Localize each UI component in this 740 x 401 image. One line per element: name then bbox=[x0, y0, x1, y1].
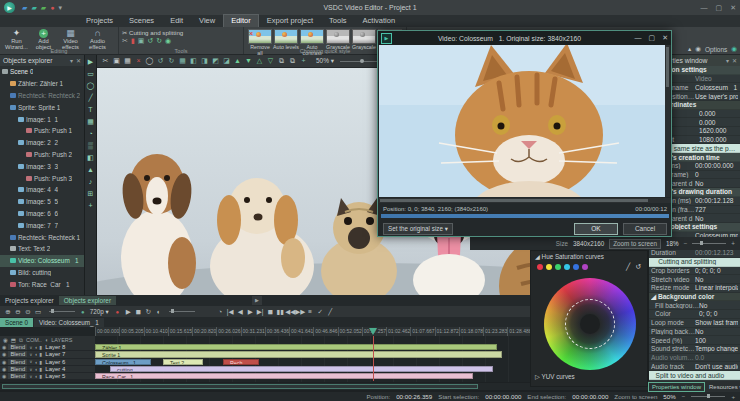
canvas-toolbar-icon[interactable]: ◪ bbox=[221, 57, 232, 65]
tree-item[interactable]: Push: Push 3 bbox=[0, 172, 84, 184]
hue-color-wheel[interactable] bbox=[544, 278, 636, 370]
transport-icon[interactable]: ▶ bbox=[245, 308, 255, 316]
tree-item[interactable]: Image: 5_5 bbox=[0, 196, 84, 208]
chevron-down-icon[interactable]: ∨ bbox=[29, 359, 32, 364]
transport-icon[interactable]: |◀ bbox=[225, 308, 235, 316]
canvas-toolbar-icon[interactable]: ⧉ bbox=[287, 57, 298, 65]
quick-access-icon[interactable]: ▰ bbox=[31, 0, 36, 15]
canvas-toolbar-icon[interactable]: ↻ bbox=[166, 57, 177, 65]
layer-row[interactable]: ◉ Blend ∨ ◖ ▮ Layer 6 bbox=[0, 359, 95, 366]
lock-icon[interactable]: ⬒ bbox=[11, 337, 16, 343]
property-row[interactable]: Crop borders 0; 0; 0; 0 bbox=[649, 267, 740, 276]
explorer-tab[interactable]: Projects explorer bbox=[0, 296, 59, 305]
timeline-zoom-icon[interactable]: ⊖ bbox=[13, 308, 23, 316]
preview-zoom-slider[interactable] bbox=[692, 243, 726, 244]
help-icon[interactable]: ◉ bbox=[731, 45, 737, 53]
transport-icon[interactable]: ◔ bbox=[215, 308, 225, 316]
speaker-icon[interactable]: ◖ bbox=[45, 337, 48, 343]
tree-item[interactable]: Image: 1_1 bbox=[0, 113, 84, 125]
menu-item[interactable]: View bbox=[191, 14, 223, 28]
timeline-zoom-slider[interactable] bbox=[49, 311, 75, 312]
speaker-icon[interactable]: ◖ bbox=[35, 366, 38, 372]
close-icon[interactable]: ✕ bbox=[730, 4, 736, 12]
collapse-ribbon-icon[interactable]: ▴ bbox=[688, 45, 691, 53]
hue-saturation-header[interactable]: ◢ Hue Saturation curves bbox=[531, 251, 647, 262]
quick-access-icon[interactable]: ▰ bbox=[22, 0, 27, 15]
audio-effects-button[interactable]: ∩Audio effects bbox=[84, 28, 111, 50]
tool-icon[interactable]: ▮ bbox=[131, 37, 135, 45]
property-row[interactable]: Duration 00:00:12.123 bbox=[649, 249, 740, 258]
tree-item[interactable]: Bild: cutting bbox=[0, 267, 84, 279]
transport-icon[interactable]: ▮▮ bbox=[275, 308, 285, 316]
canvas-toolbar-icon[interactable]: ◧ bbox=[188, 57, 199, 65]
transport-icon[interactable]: ▶| bbox=[255, 308, 265, 316]
zoom-to-screen-button[interactable]: Zoom to screen bbox=[609, 239, 661, 249]
property-row[interactable]: Audio volume (dB) 0.0 bbox=[649, 354, 740, 363]
layer-row[interactable]: ◉ Blend ∨ ◖ ▮ Layer 4 bbox=[0, 366, 95, 373]
chevron-down-icon[interactable]: ∨ bbox=[29, 367, 32, 372]
run-wizard-button[interactable]: ✦Run Wizard... bbox=[3, 28, 30, 50]
timeline-zoom-icon[interactable]: ▭ bbox=[33, 308, 43, 316]
color-dot[interactable] bbox=[573, 264, 579, 270]
canvas-tool-icon[interactable]: ▶ bbox=[88, 58, 93, 66]
layer-row[interactable]: ◉ Blend ∨ ◖ ▮ Layer 8 bbox=[0, 344, 95, 351]
tree-item[interactable]: Rechteck: Rechteck 2 bbox=[0, 90, 84, 102]
canvas-tool-icon[interactable]: ⊞ bbox=[88, 190, 94, 198]
zoom-out-icon[interactable]: − bbox=[684, 240, 688, 247]
canvas-tool-icon[interactable]: ▭ bbox=[87, 70, 94, 78]
transport-icon[interactable]: ✓ bbox=[315, 308, 325, 316]
scene-tab[interactable]: Scene 0 bbox=[0, 318, 33, 327]
layer-row[interactable]: ◉ Blend ∨ ◖ ▮ Layer 5 bbox=[0, 373, 95, 380]
playhead-handle[interactable] bbox=[369, 328, 377, 335]
timeline-clip[interactable]: Colosseum_ 1 bbox=[95, 359, 151, 365]
status-zoom-slider[interactable] bbox=[691, 396, 725, 397]
canvas-toolbar-icon[interactable]: ◨ bbox=[199, 57, 210, 65]
color-dot[interactable] bbox=[537, 264, 543, 270]
tree-item[interactable]: Image: 3_3 bbox=[0, 160, 84, 172]
eye-icon[interactable]: ◉ bbox=[3, 337, 8, 343]
tree-item[interactable]: Sprite: Sprite 1 bbox=[0, 101, 84, 113]
panel-tab[interactable]: Properties window bbox=[648, 382, 705, 392]
canvas-tool-icon[interactable]: ◧ bbox=[87, 154, 94, 162]
blend-mode-dropdown[interactable]: Blend bbox=[8, 344, 27, 350]
speaker-icon[interactable]: ◖ bbox=[35, 373, 38, 379]
set-original-size-dropdown[interactable]: Set the original size ▾ bbox=[383, 223, 453, 235]
canvas-toolbar-icon[interactable]: ▼ bbox=[243, 57, 254, 65]
tree-item[interactable]: Image: 2_2 bbox=[0, 137, 84, 149]
timeline-clip[interactable]: Text 2 bbox=[163, 359, 203, 365]
canvas-tool-icon[interactable]: ◯ bbox=[87, 82, 95, 90]
property-row[interactable]: Fill background No bbox=[649, 301, 740, 310]
transport-icon[interactable]: ▶▶ bbox=[295, 308, 305, 316]
property-row[interactable]: Cutting and splitting bbox=[649, 258, 740, 267]
tree-item[interactable]: Zähler: Zähler 1 bbox=[0, 78, 84, 90]
timeline-clip[interactable]: Rech bbox=[223, 359, 259, 365]
video-preview-window[interactable]: ▶ Video: Colosseum_ 1. Original size: 38… bbox=[377, 30, 672, 237]
property-row[interactable]: Sound stretching m Tempo change bbox=[649, 345, 740, 354]
expand-nub-icon[interactable]: ▶ bbox=[252, 296, 262, 305]
tree-item[interactable]: Image: 6_6 bbox=[0, 208, 84, 220]
close-icon[interactable]: ✕ bbox=[662, 34, 668, 42]
canvas-tool-icon[interactable]: ▲ bbox=[87, 166, 94, 174]
menu-item[interactable]: Activation bbox=[355, 14, 404, 28]
eye-icon[interactable]: ◉ bbox=[2, 351, 6, 357]
tool-icon[interactable]: ↻ bbox=[156, 37, 162, 45]
transport-icon[interactable]: ◀◀ bbox=[285, 308, 295, 316]
canvas-toolbar-icon[interactable]: ▽ bbox=[265, 57, 276, 65]
color-dot[interactable] bbox=[546, 264, 552, 270]
timeline-clip[interactable]: cutting bbox=[110, 366, 493, 372]
preview-vertical-scrollbar[interactable] bbox=[665, 45, 670, 197]
quick-access-icon[interactable]: ▾ bbox=[58, 0, 62, 15]
maximize-icon[interactable]: ▢ bbox=[649, 34, 656, 42]
menu-item[interactable]: Editor bbox=[223, 14, 259, 28]
blend-mode-dropdown[interactable]: Blend bbox=[8, 351, 27, 357]
canvas-toolbar-icon[interactable]: ⧉ bbox=[276, 57, 287, 65]
record-icon[interactable]: ● bbox=[116, 309, 120, 315]
tool-icon[interactable]: ✂ bbox=[122, 37, 128, 45]
minimize-icon[interactable]: — bbox=[635, 34, 642, 42]
property-row[interactable]: Loop mode Show last frame at the bbox=[649, 319, 740, 328]
canvas-tool-icon[interactable]: ◔ bbox=[88, 130, 92, 138]
explorer-tab[interactable]: Objects explorer bbox=[59, 296, 116, 305]
chevron-down-icon[interactable]: ∨ bbox=[29, 374, 32, 379]
canvas-toolbar-icon[interactable]: × bbox=[133, 57, 144, 65]
canvas-tool-icon[interactable]: ╱ bbox=[88, 94, 92, 102]
